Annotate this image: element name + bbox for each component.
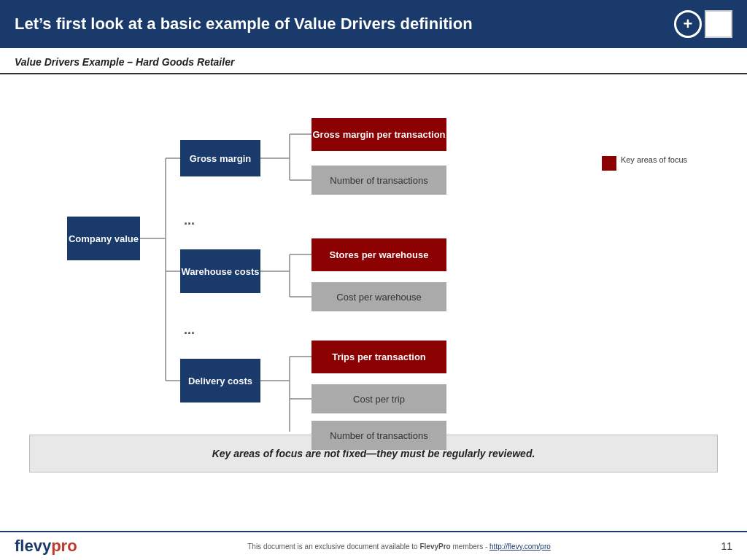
header: Let’s first look at a basic example of V… <box>0 0 747 48</box>
gross-margin-per-transaction-box: Gross margin per transaction <box>311 118 446 151</box>
subtitle-text: Value Drivers Example – Hard Goods Retai… <box>15 56 234 68</box>
subtitle-bar: Value Drivers Example – Hard Goods Retai… <box>0 48 747 74</box>
footer-link[interactable]: http://flevy.com/pro <box>489 542 551 551</box>
legend-color-box <box>602 156 616 171</box>
footer-logo: flevypro <box>15 537 77 556</box>
dots-1: ... <box>184 213 195 228</box>
footer-page-number: 11 <box>721 540 732 552</box>
delivery-costs-box: Delivery costs <box>180 359 260 402</box>
header-title: Let’s first look at a basic example of V… <box>15 15 473 34</box>
header-square-icon <box>705 10 732 38</box>
gross-margin-box: Gross margin <box>180 140 260 176</box>
num-transactions-2-box: Number of transactions <box>311 421 446 450</box>
company-value-box: Company value <box>67 217 140 260</box>
legend-label: Key areas of focus <box>621 155 687 165</box>
diagram: Company value Gross margin Warehouse cos… <box>60 82 687 432</box>
warehouse-costs-box: Warehouse costs <box>180 249 260 293</box>
main-content: Company value Gross margin Warehouse cos… <box>0 74 747 483</box>
header-icon-area: + <box>674 10 732 38</box>
footer: flevypro This document is an exclusive d… <box>0 531 747 560</box>
header-plus-icon: + <box>674 10 702 38</box>
dots-2: ... <box>184 322 195 338</box>
legend: Key areas of focus <box>602 155 687 171</box>
footer-note: This document is an exclusive document a… <box>247 542 551 551</box>
footer-logo-flevy: flevy <box>15 537 51 555</box>
trips-per-transaction-box: Trips per transaction <box>311 341 446 373</box>
cost-per-trip-box: Cost per trip <box>311 384 446 413</box>
stores-per-warehouse-box: Stores per warehouse <box>311 238 446 271</box>
cost-per-warehouse-box: Cost per warehouse <box>311 282 446 311</box>
footer-logo-pro: pro <box>51 537 77 555</box>
num-transactions-1-box: Number of transactions <box>311 166 446 195</box>
